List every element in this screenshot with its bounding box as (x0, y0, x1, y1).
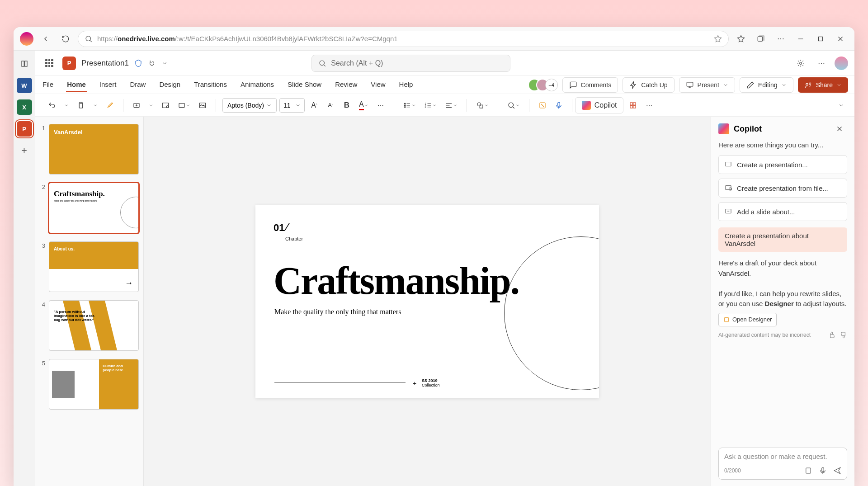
tab-animations[interactable]: Animations (240, 78, 275, 92)
favorites-icon[interactable] (733, 31, 749, 47)
chapter-label: Chapter (285, 236, 303, 241)
tab-insert[interactable]: Insert (99, 78, 118, 92)
thumbs-up-icon[interactable] (828, 331, 835, 339)
sync-icon[interactable] (148, 59, 156, 67)
svg-rect-29 (633, 103, 636, 105)
slide-thumbnail[interactable]: VanArsdel (49, 124, 139, 175)
attachment-icon[interactable] (804, 467, 812, 475)
share-icon (804, 81, 812, 89)
settings-icon[interactable] (793, 56, 808, 71)
tab-help[interactable]: Help (398, 78, 414, 92)
user-avatar[interactable] (835, 57, 848, 70)
find-button[interactable] (505, 98, 523, 113)
undo-chevron[interactable] (61, 98, 71, 113)
paste-chevron[interactable] (90, 98, 100, 113)
svg-rect-37 (806, 468, 811, 473)
bullets-button[interactable] (401, 98, 419, 113)
tab-transitions[interactable]: Transitions (193, 78, 228, 92)
tab-review[interactable]: Review (334, 78, 358, 92)
suggestion-icon (724, 207, 732, 217)
current-slide[interactable]: 01 ⁄ Chapter Craftsmanship. Make the qua… (255, 205, 599, 398)
presence-avatars[interactable]: +4 (528, 79, 558, 91)
star-icon[interactable] (714, 35, 722, 43)
powerpoint-app-icon[interactable]: P (17, 121, 32, 137)
document-title[interactable]: Presentation1 (81, 59, 129, 68)
excel-app-icon[interactable]: X (17, 99, 32, 115)
sensitivity-icon[interactable] (134, 59, 142, 67)
back-button[interactable] (38, 31, 53, 47)
tab-view[interactable]: View (370, 78, 386, 92)
add-app-icon[interactable]: + (17, 143, 32, 158)
copilot-button[interactable]: Copilot (575, 97, 624, 113)
section-button[interactable] (175, 98, 193, 113)
font-color-button[interactable]: A (356, 98, 371, 113)
search-input[interactable]: Search (Alt + Q) (311, 55, 510, 72)
more-commands-button[interactable]: ⋯ (642, 98, 656, 113)
app-launcher-icon[interactable] (42, 56, 57, 71)
minimize-button[interactable] (793, 31, 808, 47)
layout-button[interactable] (159, 98, 172, 113)
slide-thumbnail[interactable]: "A person without imagination is like a … (49, 300, 139, 351)
present-button[interactable]: Present (679, 77, 735, 93)
divider-line (274, 382, 406, 382)
powerpoint-logo-icon: P (62, 57, 76, 70)
tab-design[interactable]: Design (158, 78, 181, 92)
tab-draw[interactable]: Draw (129, 78, 146, 92)
copilot-input[interactable]: Ask a question or make a request. 0/2000 (718, 448, 847, 480)
thumbs-down-icon[interactable] (840, 331, 847, 339)
paste-button[interactable] (74, 98, 88, 113)
shapes-button[interactable] (473, 98, 491, 113)
chevron-down-icon[interactable] (161, 59, 168, 67)
grid-view-button[interactable] (626, 98, 640, 113)
more-font-button[interactable]: ⋯ (374, 98, 387, 113)
new-slide-button[interactable] (130, 98, 143, 113)
maximize-button[interactable] (813, 31, 828, 47)
align-button[interactable] (442, 98, 460, 113)
copilot-suggestion[interactable]: Add a slide about... (718, 202, 847, 221)
collections-icon[interactable] (753, 31, 769, 47)
numbering-button[interactable]: 123 (421, 98, 439, 113)
address-bar[interactable]: https://onedrive.live.com/:w:/t/EaCKkPs6… (78, 31, 729, 47)
overflow-icon[interactable]: ⋯ (814, 56, 829, 71)
app-rail: W X P + (14, 51, 35, 486)
slide-number: 3 (40, 241, 45, 292)
bold-button[interactable]: B (340, 98, 354, 113)
refresh-button[interactable] (58, 31, 73, 47)
new-slide-chevron[interactable] (146, 98, 156, 113)
format-painter-button[interactable] (103, 98, 117, 113)
mic-icon[interactable] (819, 467, 827, 475)
font-size-select[interactable]: 11 (279, 98, 305, 113)
sidebar-toggle-icon[interactable] (17, 56, 32, 71)
send-icon[interactable] (833, 467, 841, 475)
close-button[interactable] (833, 31, 848, 47)
undo-button[interactable] (45, 98, 59, 113)
copilot-suggestion[interactable]: Create presentation from file... (718, 179, 847, 198)
dictate-button[interactable] (552, 98, 566, 113)
close-icon[interactable] (832, 121, 847, 137)
copilot-suggestion[interactable]: Create a presentation... (718, 155, 847, 174)
grow-font-button[interactable]: Aˆ (307, 98, 321, 113)
profile-avatar[interactable] (20, 32, 33, 46)
catchup-button[interactable]: Catch Up (623, 77, 674, 93)
chevron-down-icon (836, 81, 842, 89)
designer-button[interactable] (536, 98, 549, 113)
comments-button[interactable]: Comments (562, 77, 618, 93)
designer-icon (723, 316, 730, 324)
svg-rect-3 (22, 61, 24, 66)
font-name-select[interactable]: Aptos (Body) (222, 98, 277, 113)
ribbon-collapse-button[interactable] (835, 98, 848, 113)
share-button[interactable]: Share (798, 77, 848, 93)
editing-button[interactable]: Editing (740, 77, 793, 93)
slide-thumbnail[interactable]: About us.→ (49, 241, 139, 292)
char-counter: 0/2000 (724, 467, 741, 474)
slide-thumbnail[interactable]: Culture and people here. (49, 359, 139, 410)
more-icon[interactable]: ⋯ (773, 31, 788, 47)
word-app-icon[interactable]: W (17, 78, 32, 93)
shrink-font-button[interactable]: Aˇ (324, 98, 337, 113)
slide-thumbnail[interactable]: Craftsmanship.Make the quality the only … (49, 183, 139, 233)
open-designer-chip[interactable]: Open Designer (718, 313, 777, 326)
image-button[interactable] (196, 98, 209, 113)
tab-slide-show[interactable]: Slide Show (287, 78, 322, 92)
tab-home[interactable]: Home (66, 78, 87, 92)
tab-file[interactable]: File (42, 78, 54, 92)
